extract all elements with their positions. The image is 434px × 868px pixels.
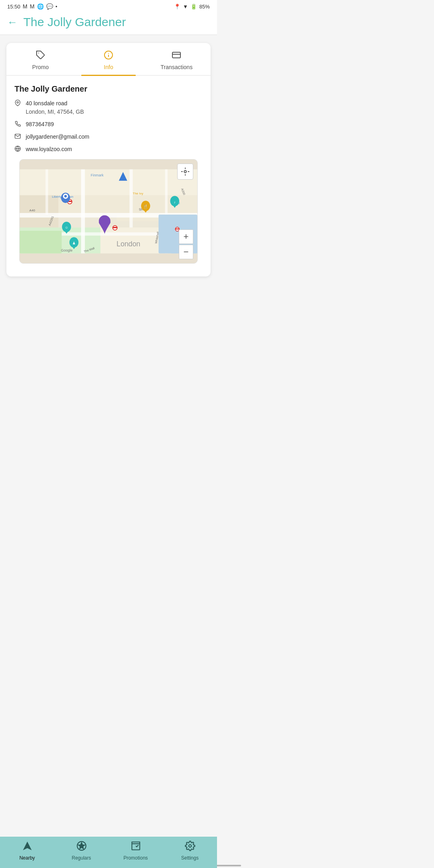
svg-rect-12 (20, 195, 58, 227)
svg-text:♪: ♪ (174, 200, 176, 204)
svg-rect-10 (20, 170, 84, 195)
address-text: 40 lonsdale road London, MI, 47564, GB (26, 99, 84, 116)
main-content: Promo Info (0, 35, 217, 398)
zoom-in-button[interactable]: + (179, 229, 193, 244)
svg-text:A40: A40 (29, 209, 35, 212)
svg-point-6 (17, 102, 18, 103)
wifi-icon: ▼ (183, 4, 188, 10)
status-bar: 15:50 M M 🌐 💬 • 📍 ▼ 🔋 85% (0, 0, 217, 11)
info-content: The Jolly Gardener 40 lonsdale road Lond… (6, 76, 211, 276)
svg-text:London: London (117, 240, 140, 248)
transactions-icon (172, 50, 181, 61)
whatsapp-icon: 💬 (46, 3, 53, 10)
tab-transactions-label: Transactions (161, 64, 193, 70)
svg-text:☺: ☺ (65, 225, 68, 229)
email-text: jollygardener@gmail.com (26, 133, 89, 141)
website-row: www.loyalzoo.com (14, 145, 203, 154)
website-icon (14, 145, 22, 154)
map-container[interactable]: Strand A40 A4 A42201 ST. JAMES'S London (19, 159, 198, 264)
place-name: The Jolly Gardener (14, 84, 203, 94)
location-icon: 📍 (174, 4, 180, 10)
svg-rect-40 (113, 227, 117, 228)
phone-row: 987364789 (14, 120, 203, 129)
svg-text:♟: ♟ (72, 241, 76, 245)
status-right: 📍 ▼ 🔋 85% (174, 4, 210, 10)
info-icon (104, 50, 113, 61)
svg-rect-18 (81, 170, 85, 254)
tab-info-label: Info (104, 64, 113, 70)
time: 15:50 (7, 4, 20, 10)
svg-text:Google: Google (61, 248, 73, 252)
map-pin-icon (14, 100, 22, 108)
tab-transactions[interactable]: Transactions (143, 50, 211, 75)
back-button[interactable]: ← (7, 17, 18, 27)
battery-icon: 🔋 (190, 4, 197, 10)
address-row: 40 lonsdale road London, MI, 47564, GB (14, 99, 203, 116)
globe-icon: 🌐 (37, 3, 44, 10)
phone-text: 987364789 (26, 120, 54, 129)
svg-text:Finmark: Finmark (91, 173, 104, 177)
svg-text:🍴: 🍴 (143, 204, 148, 209)
tab-promo-label: Promo (32, 64, 49, 70)
address-line1: 40 lonsdale road (26, 100, 68, 106)
svg-rect-38 (20, 231, 61, 253)
svg-point-47 (64, 195, 67, 197)
svg-text:The Ivy: The Ivy (133, 192, 143, 195)
promo-icon (36, 50, 45, 61)
gmail-icon: M (23, 3, 28, 10)
info-card: Promo Info (6, 43, 211, 276)
phone-icon (14, 121, 22, 129)
tab-promo[interactable]: Promo (6, 50, 74, 75)
battery-percent: 85% (199, 4, 210, 10)
tab-info[interactable]: Info (74, 50, 142, 75)
website-text: www.loyalzoo.com (26, 145, 72, 154)
map-svg: Strand A40 A4 A42201 ST. JAMES'S London (20, 160, 197, 263)
email-row: jollygardener@gmail.com (14, 133, 203, 141)
map-locate-button[interactable] (177, 164, 193, 180)
email-icon (14, 133, 22, 141)
header: ← The Jolly Gardener (0, 11, 217, 35)
svg-rect-4 (172, 52, 180, 58)
address-line2: London, MI, 47564, GB (26, 108, 84, 116)
page-title: The Jolly Gardener (23, 15, 126, 29)
tab-bar: Promo Info (6, 43, 211, 76)
zoom-out-button[interactable]: − (179, 245, 193, 259)
svg-rect-21 (45, 170, 48, 215)
dot-icon: • (55, 4, 57, 10)
svg-rect-19 (129, 170, 133, 228)
map-zoom-controls: + − (179, 229, 193, 259)
status-left: 15:50 M M 🌐 💬 • (7, 3, 57, 10)
gmail2-icon: M (30, 3, 35, 10)
svg-point-66 (184, 170, 186, 173)
